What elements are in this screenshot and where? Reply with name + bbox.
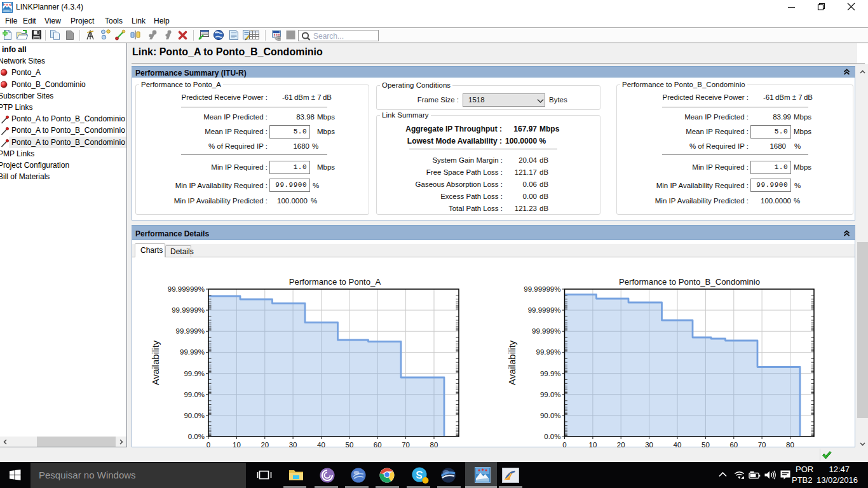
- svg-text:60: 60: [374, 441, 382, 447]
- svg-text:30: 30: [289, 441, 297, 447]
- svg-text:10: 10: [589, 441, 597, 447]
- svg-text:99.0%: 99.0%: [184, 391, 205, 398]
- svg-text:90.0%: 90.0%: [184, 412, 205, 419]
- svg-text:80: 80: [430, 441, 438, 447]
- svg-text:70: 70: [402, 441, 410, 447]
- svg-text:0: 0: [207, 441, 210, 447]
- svg-text:99.999%: 99.999%: [532, 327, 560, 335]
- svg-text:99.99999%: 99.99999%: [524, 285, 560, 293]
- svg-text:10: 10: [233, 441, 241, 447]
- svg-text:0.0%: 0.0%: [544, 433, 560, 440]
- svg-text:20: 20: [261, 441, 269, 447]
- svg-text:20: 20: [617, 441, 625, 447]
- svg-text:0: 0: [562, 441, 566, 447]
- svg-text:99.99%: 99.99%: [536, 348, 560, 356]
- svg-text:99.9%: 99.9%: [184, 370, 205, 377]
- svg-text:40: 40: [674, 441, 682, 447]
- svg-text:99.9999%: 99.9999%: [172, 306, 205, 314]
- svg-text:99.99%: 99.99%: [180, 348, 205, 356]
- svg-text:0.0%: 0.0%: [188, 433, 205, 440]
- svg-text:80: 80: [786, 441, 794, 447]
- svg-text:99.999%: 99.999%: [176, 327, 205, 335]
- svg-text:99.0%: 99.0%: [540, 391, 561, 398]
- svg-text:90.0%: 90.0%: [540, 412, 561, 419]
- svg-text:60: 60: [729, 441, 738, 447]
- svg-text:40: 40: [317, 441, 325, 447]
- svg-text:50: 50: [346, 441, 354, 447]
- svg-text:99.9999%: 99.9999%: [528, 306, 561, 314]
- svg-text:99.9%: 99.9%: [540, 370, 561, 377]
- svg-text:Availability: Availability: [150, 340, 161, 385]
- svg-text:50: 50: [702, 441, 710, 447]
- svg-text:70: 70: [758, 441, 766, 447]
- svg-text:Performance to Ponto_B_Condomi: Performance to Ponto_B_Condominio: [619, 277, 760, 287]
- svg-text:Performance to Ponto_A: Performance to Ponto_A: [289, 277, 381, 287]
- svg-text:Availability: Availability: [506, 340, 517, 385]
- svg-text:99.99999%: 99.99999%: [168, 285, 205, 293]
- svg-text:30: 30: [645, 441, 653, 447]
